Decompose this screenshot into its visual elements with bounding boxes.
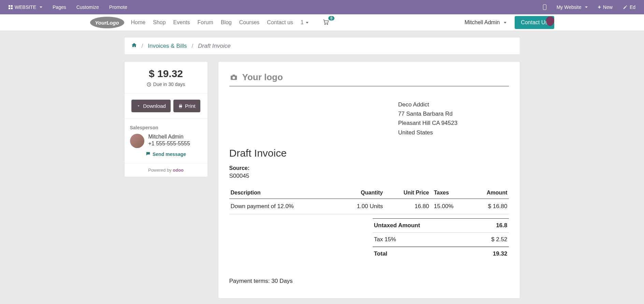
clock-icon — [147, 82, 151, 87]
table-row: Down payment of 12.0% 1.00 Units 16.80 1… — [229, 199, 509, 214]
nav-events[interactable]: Events — [173, 19, 190, 26]
untaxed-value: 16.8 — [496, 222, 507, 229]
home-icon — [131, 42, 137, 48]
salesperson-avatar — [130, 134, 144, 148]
salesperson-phone: +1 555-555-5555 — [148, 141, 190, 147]
print-icon — [178, 104, 183, 108]
svg-point-1 — [327, 24, 328, 25]
invoice-amount: $ 19.32 — [130, 68, 202, 79]
powered-label: Powered by — [148, 168, 172, 173]
invoice-document: Your logo Deco Addict 77 Santa Barbara R… — [218, 61, 520, 299]
camera-icon — [229, 74, 238, 81]
my-website-menu[interactable]: My Website — [552, 4, 593, 10]
print-button[interactable]: Print — [173, 100, 200, 112]
user-name: Mitchell Admin — [464, 19, 500, 26]
th-taxes: Taxes — [430, 187, 470, 199]
download-button[interactable]: Download — [131, 100, 171, 112]
breadcrumb-sep: / — [192, 43, 194, 49]
editor-topbar: WEBSITE Pages Customize Promote My Websi… — [0, 0, 644, 14]
download-icon — [136, 104, 141, 108]
th-description: Description — [229, 187, 337, 199]
invoice-logo-text: Your logo — [242, 72, 283, 83]
cart-button[interactable]: 0 — [322, 19, 330, 27]
mobile-preview[interactable] — [538, 4, 552, 10]
new-button[interactable]: + New — [593, 4, 618, 10]
chat-icon — [146, 151, 151, 156]
tax-value: $ 2.52 — [491, 236, 507, 243]
powered-by: Powered by odoo — [125, 163, 207, 177]
th-unit-price: Unit Price — [384, 187, 430, 199]
breadcrumb-sep: / — [142, 43, 143, 49]
download-label: Download — [143, 103, 166, 109]
pages-menu[interactable]: Pages — [47, 4, 71, 10]
cell-tax: 15.00% — [430, 199, 470, 214]
site-navbar: YourLogo Home Shop Events Forum Blog Cou… — [0, 14, 644, 31]
breadcrumb-home[interactable] — [131, 42, 137, 49]
nav-forum[interactable]: Forum — [197, 19, 213, 26]
send-message-label: Send message — [153, 151, 186, 157]
addr-city: Pleasant Hill CA 94523 — [398, 118, 509, 128]
customer-address: Deco Addict 77 Santa Barbara Rd Pleasant… — [398, 100, 509, 137]
pencil-icon — [623, 5, 628, 10]
edit-button[interactable]: Ed — [618, 4, 641, 10]
nav-number-dropdown[interactable]: 1 — [301, 19, 309, 26]
new-label: New — [603, 4, 613, 10]
nav-contact[interactable]: Contact us — [267, 19, 293, 26]
source-label: Source: — [229, 165, 509, 171]
powered-brand: odoo — [173, 168, 184, 173]
salesperson-heading: Salesperson — [130, 125, 202, 130]
website-label: WEBSITE — [15, 4, 36, 10]
droplet-icon[interactable] — [546, 16, 554, 26]
plus-icon: + — [598, 4, 601, 10]
addr-country: United States — [398, 128, 509, 137]
due-text: Due in 30 days — [130, 82, 202, 87]
cell-amount: $ 16.80 — [471, 199, 509, 214]
invoice-title: Draft Invoice — [229, 147, 509, 159]
svg-rect-4 — [180, 104, 181, 105]
website-menu[interactable]: WEBSITE — [3, 4, 47, 10]
send-message-link[interactable]: Send message — [130, 151, 202, 157]
nav-shop[interactable]: Shop — [153, 19, 166, 26]
totals-block: Untaxed Amount 16.8 Tax 15% $ 2.52 Total… — [373, 218, 509, 261]
total-value: 19.32 — [493, 250, 507, 257]
promote-menu[interactable]: Promote — [104, 4, 132, 10]
th-quantity: Quantity — [337, 187, 384, 199]
due-label: Due in 30 days — [153, 82, 185, 87]
addr-street: 77 Santa Barbara Rd — [398, 109, 509, 118]
apps-icon — [9, 5, 13, 9]
customize-menu[interactable]: Customize — [71, 4, 104, 10]
breadcrumb-invoices[interactable]: Invoices & Bills — [148, 43, 187, 49]
nav-courses[interactable]: Courses — [239, 19, 260, 26]
payment-terms: Payment terms: 30 Days — [229, 278, 509, 285]
breadcrumb-current: Draft Invoice — [198, 43, 230, 49]
cell-description: Down payment of 12.0% — [229, 199, 337, 214]
th-amount: Amount — [471, 187, 509, 199]
untaxed-label: Untaxed Amount — [374, 222, 420, 229]
breadcrumb: / Invoices & Bills / Draft Invoice — [124, 37, 520, 55]
cell-quantity: 1.00 Units — [337, 199, 384, 214]
edit-label: Ed — [630, 4, 635, 10]
summary-card: $ 19.32 Due in 30 days Download Print Sa… — [124, 61, 208, 177]
terms-text: Payment terms: 30 Days — [229, 278, 293, 284]
phone-icon — [543, 4, 546, 10]
source-value: S00045 — [229, 173, 509, 179]
site-logo[interactable]: YourLogo — [90, 17, 124, 28]
cart-badge: 0 — [328, 16, 334, 20]
salesperson-name: Mitchell Admin — [148, 134, 190, 140]
nav-links: Home Shop Events Forum Blog Courses Cont… — [131, 19, 309, 26]
svg-point-0 — [325, 24, 326, 25]
svg-point-7 — [232, 76, 235, 79]
cell-price: 16.80 — [384, 199, 430, 214]
print-label: Print — [185, 103, 196, 109]
addr-name: Deco Addict — [398, 100, 509, 109]
nav-home[interactable]: Home — [131, 19, 146, 26]
tax-label: Tax 15% — [374, 236, 396, 243]
my-website-label: My Website — [557, 4, 582, 10]
line-items-table: Description Quantity Unit Price Taxes Am… — [229, 187, 509, 214]
user-dropdown[interactable]: Mitchell Admin — [464, 19, 506, 26]
svg-rect-8 — [232, 74, 235, 76]
total-label: Total — [374, 250, 387, 257]
nav-blog[interactable]: Blog — [221, 19, 232, 26]
